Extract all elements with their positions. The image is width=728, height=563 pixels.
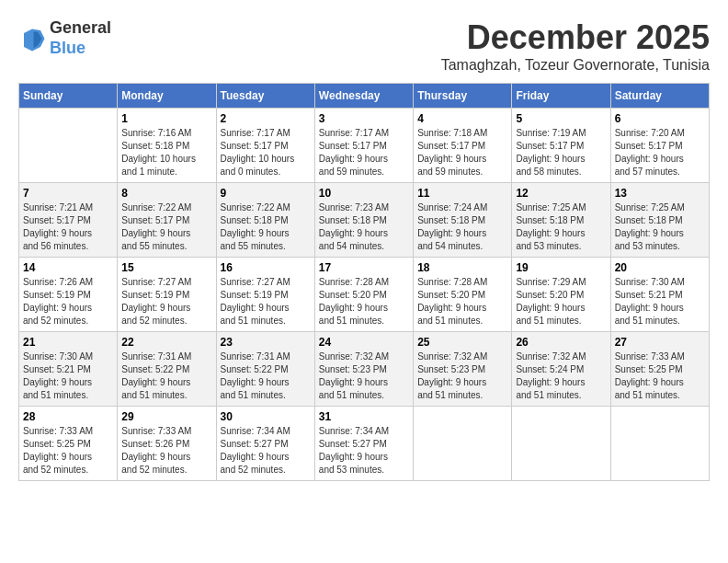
calendar-cell: 13Sunrise: 7:25 AMSunset: 5:18 PMDayligh…: [610, 183, 709, 258]
calendar-cell: 24Sunrise: 7:32 AMSunset: 5:23 PMDayligh…: [314, 332, 413, 407]
col-header-monday: Monday: [118, 84, 216, 109]
calendar-cell: 26Sunrise: 7:32 AMSunset: 5:24 PMDayligh…: [512, 332, 610, 407]
logo-icon: [18, 25, 46, 52]
calendar-cell: 11Sunrise: 7:24 AMSunset: 5:18 PMDayligh…: [414, 183, 512, 258]
day-info: Sunrise: 7:22 AMSunset: 5:18 PMDaylight:…: [221, 201, 311, 253]
day-number: 10: [319, 187, 409, 200]
day-number: 16: [221, 261, 311, 274]
calendar-cell: 28Sunrise: 7:33 AMSunset: 5:25 PMDayligh…: [19, 407, 118, 481]
day-number: 4: [417, 112, 507, 125]
calendar-cell: 30Sunrise: 7:34 AMSunset: 5:27 PMDayligh…: [216, 407, 314, 481]
day-info: Sunrise: 7:33 AMSunset: 5:26 PMDaylight:…: [121, 425, 211, 477]
day-number: 19: [516, 261, 606, 274]
day-number: 30: [221, 410, 311, 423]
day-info: Sunrise: 7:31 AMSunset: 5:22 PMDaylight:…: [221, 350, 311, 402]
day-info: Sunrise: 7:18 AMSunset: 5:17 PMDaylight:…: [417, 127, 507, 178]
calendar-cell: 25Sunrise: 7:32 AMSunset: 5:23 PMDayligh…: [414, 332, 512, 407]
day-info: Sunrise: 7:29 AMSunset: 5:20 PMDaylight:…: [516, 276, 606, 327]
calendar-cell: 19Sunrise: 7:29 AMSunset: 5:20 PMDayligh…: [512, 258, 610, 332]
calendar-cell: 4Sunrise: 7:18 AMSunset: 5:17 PMDaylight…: [414, 109, 512, 183]
calendar-cell: 8Sunrise: 7:22 AMSunset: 5:17 PMDaylight…: [118, 183, 216, 258]
day-number: 20: [615, 261, 705, 274]
calendar-cell: 17Sunrise: 7:28 AMSunset: 5:20 PMDayligh…: [314, 258, 413, 332]
day-number: 21: [23, 336, 113, 349]
col-header-thursday: Thursday: [414, 84, 512, 109]
day-info: Sunrise: 7:27 AMSunset: 5:19 PMDaylight:…: [221, 276, 311, 327]
day-number: 14: [23, 261, 113, 274]
day-number: 31: [319, 410, 409, 423]
day-info: Sunrise: 7:17 AMSunset: 5:17 PMDaylight:…: [319, 127, 409, 178]
calendar-cell: [512, 407, 610, 481]
day-number: 15: [121, 261, 211, 274]
calendar-cell: 21Sunrise: 7:30 AMSunset: 5:21 PMDayligh…: [19, 332, 118, 407]
calendar-cell: 18Sunrise: 7:28 AMSunset: 5:20 PMDayligh…: [414, 258, 512, 332]
day-info: Sunrise: 7:19 AMSunset: 5:17 PMDaylight:…: [516, 127, 606, 178]
day-info: Sunrise: 7:24 AMSunset: 5:18 PMDaylight:…: [417, 201, 507, 253]
calendar-cell: [19, 109, 118, 183]
day-number: 27: [615, 336, 705, 349]
header: General Blue December 2025 Tamaghzah, To…: [18, 18, 710, 74]
day-info: Sunrise: 7:16 AMSunset: 5:18 PMDaylight:…: [121, 127, 211, 178]
day-info: Sunrise: 7:32 AMSunset: 5:23 PMDaylight:…: [319, 350, 409, 402]
calendar-cell: 15Sunrise: 7:27 AMSunset: 5:19 PMDayligh…: [118, 258, 216, 332]
day-info: Sunrise: 7:32 AMSunset: 5:24 PMDaylight:…: [516, 350, 606, 402]
calendar-week-row: 28Sunrise: 7:33 AMSunset: 5:25 PMDayligh…: [19, 407, 710, 481]
logo-text: General Blue: [50, 18, 111, 58]
calendar-cell: 23Sunrise: 7:31 AMSunset: 5:22 PMDayligh…: [216, 332, 314, 407]
day-number: 5: [516, 112, 606, 125]
day-number: 24: [319, 336, 409, 349]
day-info: Sunrise: 7:34 AMSunset: 5:27 PMDaylight:…: [319, 425, 409, 477]
calendar-cell: 2Sunrise: 7:17 AMSunset: 5:17 PMDaylight…: [216, 109, 314, 183]
day-info: Sunrise: 7:31 AMSunset: 5:22 PMDaylight:…: [121, 350, 211, 402]
day-number: 7: [23, 187, 113, 200]
month-title: December 2025: [441, 18, 710, 57]
calendar-cell: [414, 407, 512, 481]
day-info: Sunrise: 7:30 AMSunset: 5:21 PMDaylight:…: [615, 276, 705, 327]
day-number: 23: [221, 336, 311, 349]
logo: General Blue: [18, 18, 111, 58]
day-number: 29: [121, 410, 211, 423]
calendar-cell: [610, 407, 709, 481]
day-number: 11: [417, 187, 507, 200]
day-info: Sunrise: 7:28 AMSunset: 5:20 PMDaylight:…: [319, 276, 409, 327]
day-number: 17: [319, 261, 409, 274]
col-header-sunday: Sunday: [19, 84, 118, 109]
day-number: 2: [221, 112, 311, 125]
day-info: Sunrise: 7:33 AMSunset: 5:25 PMDaylight:…: [615, 350, 705, 402]
day-info: Sunrise: 7:34 AMSunset: 5:27 PMDaylight:…: [221, 425, 311, 477]
calendar-week-row: 7Sunrise: 7:21 AMSunset: 5:17 PMDaylight…: [19, 183, 710, 258]
calendar-table: SundayMondayTuesdayWednesdayThursdayFrid…: [18, 83, 710, 481]
title-area: December 2025 Tamaghzah, Tozeur Governor…: [441, 18, 710, 74]
day-info: Sunrise: 7:33 AMSunset: 5:25 PMDaylight:…: [23, 425, 113, 477]
calendar-cell: 7Sunrise: 7:21 AMSunset: 5:17 PMDaylight…: [19, 183, 118, 258]
day-info: Sunrise: 7:17 AMSunset: 5:17 PMDaylight:…: [221, 127, 311, 178]
day-info: Sunrise: 7:27 AMSunset: 5:19 PMDaylight:…: [121, 276, 211, 327]
day-number: 13: [615, 187, 705, 200]
calendar-cell: 10Sunrise: 7:23 AMSunset: 5:18 PMDayligh…: [314, 183, 413, 258]
day-number: 25: [417, 336, 507, 349]
day-number: 22: [121, 336, 211, 349]
col-header-friday: Friday: [512, 84, 610, 109]
day-info: Sunrise: 7:25 AMSunset: 5:18 PMDaylight:…: [615, 201, 705, 253]
day-number: 3: [319, 112, 409, 125]
calendar-cell: 29Sunrise: 7:33 AMSunset: 5:26 PMDayligh…: [118, 407, 216, 481]
day-info: Sunrise: 7:30 AMSunset: 5:21 PMDaylight:…: [23, 350, 113, 402]
day-info: Sunrise: 7:25 AMSunset: 5:18 PMDaylight:…: [516, 201, 606, 253]
calendar-week-row: 1Sunrise: 7:16 AMSunset: 5:18 PMDaylight…: [19, 109, 710, 183]
calendar-cell: 1Sunrise: 7:16 AMSunset: 5:18 PMDaylight…: [118, 109, 216, 183]
col-header-saturday: Saturday: [610, 84, 709, 109]
calendar-cell: 14Sunrise: 7:26 AMSunset: 5:19 PMDayligh…: [19, 258, 118, 332]
calendar-cell: 20Sunrise: 7:30 AMSunset: 5:21 PMDayligh…: [610, 258, 709, 332]
day-info: Sunrise: 7:20 AMSunset: 5:17 PMDaylight:…: [615, 127, 705, 178]
calendar-cell: 31Sunrise: 7:34 AMSunset: 5:27 PMDayligh…: [314, 407, 413, 481]
calendar-header-row: SundayMondayTuesdayWednesdayThursdayFrid…: [19, 84, 710, 109]
calendar-cell: 16Sunrise: 7:27 AMSunset: 5:19 PMDayligh…: [216, 258, 314, 332]
calendar-cell: 5Sunrise: 7:19 AMSunset: 5:17 PMDaylight…: [512, 109, 610, 183]
day-info: Sunrise: 7:32 AMSunset: 5:23 PMDaylight:…: [417, 350, 507, 402]
calendar-week-row: 14Sunrise: 7:26 AMSunset: 5:19 PMDayligh…: [19, 258, 710, 332]
day-info: Sunrise: 7:28 AMSunset: 5:20 PMDaylight:…: [417, 276, 507, 327]
day-info: Sunrise: 7:21 AMSunset: 5:17 PMDaylight:…: [23, 201, 113, 253]
location-subtitle: Tamaghzah, Tozeur Governorate, Tunisia: [441, 57, 710, 74]
calendar-cell: 22Sunrise: 7:31 AMSunset: 5:22 PMDayligh…: [118, 332, 216, 407]
day-info: Sunrise: 7:23 AMSunset: 5:18 PMDaylight:…: [319, 201, 409, 253]
